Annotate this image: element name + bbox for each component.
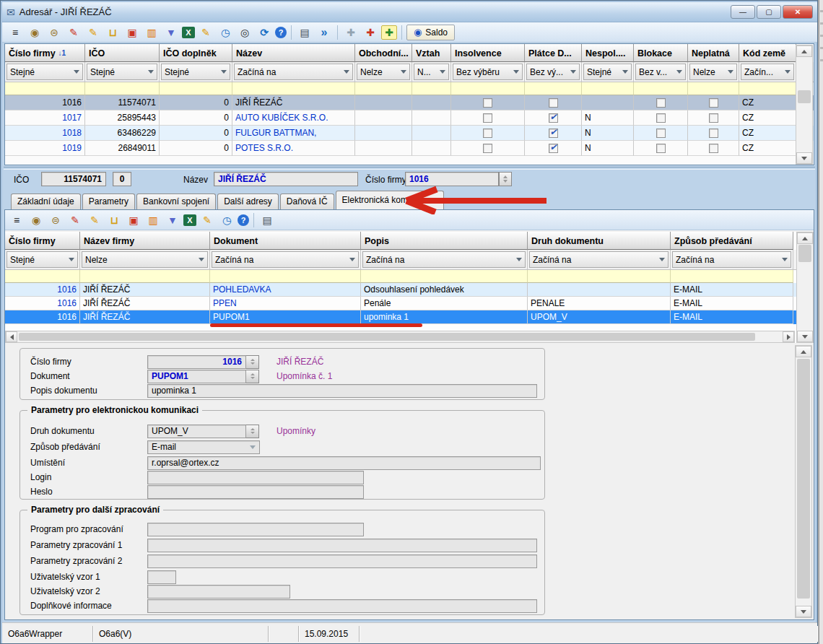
- help-icon[interactable]: ?: [275, 27, 287, 38]
- umisteni-field[interactable]: r.oprsal@ortex.cz: [147, 456, 541, 470]
- excel-export-icon[interactable]: X: [183, 214, 196, 226]
- chart-icon[interactable]: ▥: [143, 25, 160, 40]
- ico-field[interactable]: 11574071: [41, 172, 106, 186]
- table-row[interactable]: 1018 63486229 0 FULGUR BATTMAN, N CZ: [5, 126, 814, 141]
- quickfilter-input[interactable]: [232, 82, 355, 95]
- scroll-down-button[interactable]: [797, 331, 813, 342]
- scroll-up-button[interactable]: [796, 45, 812, 57]
- delete-icon[interactable]: ⊔: [104, 25, 121, 40]
- notes-icon[interactable]: ✎: [197, 25, 214, 40]
- zpusob-predavani-combo[interactable]: E-mail: [147, 440, 260, 454]
- documents-grid-hscrollbar[interactable]: [5, 331, 795, 343]
- filter-combo-cislo-firmy[interactable]: Stejné: [6, 64, 83, 80]
- login-field[interactable]: [147, 471, 364, 484]
- scroll-thumb[interactable]: [798, 245, 811, 262]
- ico-doplnek-field[interactable]: 0: [113, 172, 131, 186]
- table-row[interactable]: 1019 26849011 0 POTES S.R.O. N CZ: [5, 141, 814, 156]
- table-row-selected[interactable]: 1016 JIŘÍ ŘEZÁČ PUPOM1 upominka 1 UPOM_V…: [5, 310, 814, 324]
- tab-elektronicka-komunikace[interactable]: Elektronická komunikace: [336, 191, 445, 209]
- table-row[interactable]: 1017 25895443 0 AUTO KUBÍČEK S.R.O. N CZ: [5, 110, 814, 126]
- doplnkove-informace-field[interactable]: [147, 599, 537, 613]
- refresh-icon[interactable]: ⟳: [256, 25, 273, 40]
- saldo-button[interactable]: ◉ Saldo: [406, 25, 455, 40]
- column-header-druh-dokumentu[interactable]: Druh dokumentu: [528, 232, 671, 250]
- column-header-kod-zeme[interactable]: Kód země: [739, 44, 796, 62]
- quickfilter-input[interactable]: [525, 82, 582, 95]
- column-header-insolvence[interactable]: Insolvence: [451, 44, 525, 62]
- quickfilter-input[interactable]: [160, 82, 232, 95]
- column-header-ico-doplnek[interactable]: IČO doplněk: [160, 44, 232, 62]
- filter-combo-nespol[interactable]: Stejné: [583, 64, 632, 80]
- quickfilter-input[interactable]: [582, 82, 634, 95]
- filter-combo-insolvence[interactable]: Bez výběru: [453, 64, 523, 80]
- filter-combo-nazev[interactable]: Začíná na: [234, 64, 353, 80]
- filter-combo-platce[interactable]: Bez vý...: [526, 64, 580, 80]
- view-icon[interactable]: ◉: [26, 25, 43, 40]
- documents-grid-vscrollbar[interactable]: [796, 232, 814, 343]
- druh-dokumentu-spinner[interactable]: [246, 425, 259, 438]
- table-row[interactable]: 1016 JIŘÍ ŘEZÁČ POHLEDAVKA Odsouhlasení …: [5, 283, 814, 297]
- form-vscrollbar[interactable]: [795, 345, 812, 618]
- filter-combo-popis[interactable]: Začíná na: [362, 251, 526, 268]
- window-layout-icon[interactable]: ✚: [342, 25, 360, 40]
- disc-icon[interactable]: ◎: [236, 25, 253, 40]
- quickfilter-input[interactable]: [451, 82, 525, 95]
- filter-combo-blokace[interactable]: Bez v...: [635, 64, 686, 80]
- pane-splitter[interactable]: [4, 167, 815, 170]
- column-header-cislo-firmy[interactable]: Číslo firmy: [5, 232, 80, 250]
- companies-grid-vscrollbar[interactable]: [796, 45, 813, 165]
- popis-dokumentu-field[interactable]: upominka 1: [147, 384, 537, 398]
- tab-dalsi-adresy[interactable]: Další adresy: [217, 193, 279, 209]
- quickfilter-input[interactable]: [634, 82, 688, 95]
- column-header-neplatna[interactable]: Neplatná: [688, 44, 739, 62]
- filter-combo-vztah[interactable]: N...: [414, 64, 449, 80]
- quickfilter-input[interactable]: [210, 270, 361, 283]
- filter-combo-nazev-firmy[interactable]: Nelze: [82, 251, 208, 268]
- notes-icon[interactable]: ✎: [199, 212, 216, 228]
- quickfilter-input[interactable]: [80, 270, 210, 283]
- window-layout-red-icon[interactable]: ✚: [362, 25, 379, 40]
- filter-combo-zpusob-predavani[interactable]: Začíná na: [672, 251, 791, 268]
- quickfilter-input[interactable]: [671, 270, 793, 283]
- quickfilter-input[interactable]: [5, 270, 80, 283]
- uzivatelsky-vzor-2-field[interactable]: [147, 585, 290, 599]
- scroll-thumb[interactable]: [19, 333, 755, 341]
- scroll-up-button[interactable]: [797, 232, 813, 244]
- scroll-down-button[interactable]: [796, 152, 812, 164]
- column-header-ico[interactable]: IČO: [85, 44, 160, 62]
- column-header-platce[interactable]: Plátce D...: [525, 44, 582, 62]
- view-columns-icon[interactable]: ⊜: [47, 212, 64, 228]
- window-layout-green-icon[interactable]: ✚: [381, 25, 397, 40]
- dokument-field[interactable]: PUPOM1: [147, 370, 246, 383]
- close-button[interactable]: ✕: [783, 5, 813, 19]
- column-header-popis[interactable]: Popis: [361, 232, 528, 250]
- edit-record-icon[interactable]: ✎: [86, 212, 103, 228]
- druh-dokumentu-field[interactable]: UPOM_V: [147, 425, 246, 438]
- column-header-obchodni[interactable]: Obchodní...: [355, 44, 412, 62]
- nazev-field[interactable]: JIŘÍ ŘEZÁČ: [214, 172, 358, 186]
- new-record-icon[interactable]: ✎: [65, 25, 82, 40]
- print-icon[interactable]: ▤: [258, 212, 276, 228]
- view-icon[interactable]: ◉: [27, 212, 45, 228]
- filter-combo-druh-dokumentu[interactable]: Začíná na: [529, 251, 669, 268]
- delete-icon[interactable]: ⊔: [105, 212, 123, 228]
- uzivatelsky-vzor-1-field[interactable]: [147, 570, 176, 584]
- heslo-field[interactable]: [147, 485, 364, 499]
- print-icon[interactable]: ▤: [296, 25, 313, 40]
- chart-icon[interactable]: ▥: [144, 212, 162, 228]
- quickfilter-input[interactable]: [361, 270, 528, 283]
- column-header-cislo-firmy[interactable]: Číslo firmy↓1: [5, 44, 85, 62]
- program-pro-zpracovani-field[interactable]: [147, 523, 364, 536]
- table-row[interactable]: 1016 11574071 0 JIŘÍ ŘEZÁČ CZ: [5, 95, 814, 110]
- scroll-left-button[interactable]: [6, 331, 17, 342]
- filter-combo-neplatna[interactable]: Nelze: [689, 64, 737, 80]
- parametry-zpracovani-1-field[interactable]: [147, 539, 537, 552]
- filter-combo-dokument[interactable]: Začíná na: [212, 251, 359, 268]
- filter-icon[interactable]: ▼: [162, 25, 180, 40]
- help-icon[interactable]: ?: [238, 214, 249, 226]
- history-icon[interactable]: ◷: [218, 212, 235, 228]
- view-columns-icon[interactable]: ⊜: [45, 25, 63, 40]
- scroll-down-button[interactable]: [796, 606, 811, 617]
- filter-combo-ico-doplnek[interactable]: Stejné: [161, 64, 230, 80]
- column-header-nespol[interactable]: Nespol....: [582, 44, 634, 62]
